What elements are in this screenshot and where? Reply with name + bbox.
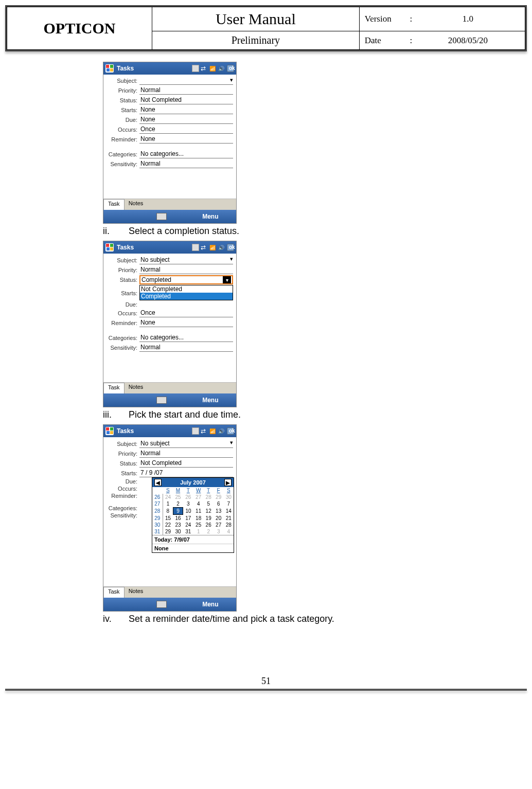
calendar-today[interactable]: Today: 7/9/07: [152, 535, 234, 544]
calendar-grid[interactable]: SMTWTFS262425262728293027123456728891011…: [152, 487, 234, 535]
calendar-day[interactable]: 22: [163, 522, 173, 528]
calendar-day[interactable]: 17: [183, 515, 193, 522]
calendar-day[interactable]: 27: [193, 494, 204, 500]
calendar-day[interactable]: 14: [223, 508, 234, 515]
menu-button[interactable]: Menu: [202, 213, 218, 220]
keyboard-icon[interactable]: [156, 601, 167, 608]
calendar-day[interactable]: 29: [214, 494, 224, 500]
starts-field[interactable]: None: [139, 105, 233, 114]
calendar-day[interactable]: 29: [163, 528, 173, 535]
tab-notes[interactable]: Notes: [125, 383, 148, 393]
calendar-day[interactable]: 16: [173, 515, 183, 522]
calendar-day[interactable]: 10: [183, 508, 193, 515]
volume-icon[interactable]: [218, 65, 225, 72]
calendar-day[interactable]: 28: [223, 522, 234, 528]
calendar-day[interactable]: 25: [173, 494, 183, 500]
calendar-day[interactable]: 8: [163, 508, 173, 515]
calendar-day[interactable]: 18: [193, 515, 204, 522]
start-icon[interactable]: [105, 243, 114, 252]
subject-field[interactable]: No subject: [139, 439, 233, 448]
calendar-day[interactable]: 7: [223, 500, 234, 508]
priority-field[interactable]: Normal: [139, 265, 233, 274]
calendar-day[interactable]: 30: [223, 494, 234, 500]
calendar-day[interactable]: 27: [214, 522, 224, 528]
calendar-day[interactable]: 21: [223, 515, 234, 522]
calendar-day[interactable]: 2: [173, 500, 183, 508]
calendar-day[interactable]: 15: [163, 515, 173, 522]
starts-field[interactable]: 7 / 9 /07: [139, 469, 233, 477]
calendar-day[interactable]: 3: [214, 528, 224, 535]
occurs-field[interactable]: Once: [139, 309, 233, 317]
subject-field[interactable]: No subject: [139, 256, 233, 264]
tab-task[interactable]: Task: [103, 199, 125, 210]
calendar-day[interactable]: 20: [214, 515, 224, 522]
calendar-day[interactable]: 1: [163, 500, 173, 508]
calendar-day[interactable]: 11: [193, 508, 204, 515]
calendar-day[interactable]: 19: [203, 515, 214, 522]
signal-icon[interactable]: [209, 427, 217, 435]
calendar-day[interactable]: 24: [183, 522, 193, 528]
status-option-not-completed[interactable]: Not Completed: [140, 285, 233, 293]
sensitivity-field[interactable]: Normal: [139, 159, 233, 168]
calendar-day[interactable]: 4: [193, 500, 204, 508]
categories-field[interactable]: No categories...: [139, 150, 233, 158]
status-option-completed[interactable]: Completed: [140, 293, 233, 300]
calendar-day[interactable]: 31: [183, 528, 193, 535]
calendar-day[interactable]: 5: [203, 500, 214, 508]
sip-icon[interactable]: [192, 65, 199, 72]
due-field[interactable]: None: [139, 115, 233, 124]
calendar-day[interactable]: 2: [203, 528, 214, 535]
volume-icon[interactable]: [218, 244, 225, 251]
calendar-day[interactable]: 3: [183, 500, 193, 508]
categories-field[interactable]: No categories...: [139, 333, 233, 342]
sip-icon[interactable]: [192, 427, 199, 435]
tab-task[interactable]: Task: [103, 587, 125, 598]
calendar-day[interactable]: 12: [203, 508, 214, 515]
calendar-day[interactable]: 25: [193, 522, 204, 528]
calendar-day[interactable]: 26: [203, 522, 214, 528]
volume-icon[interactable]: [218, 427, 225, 435]
signal-icon[interactable]: [209, 244, 217, 251]
keyboard-icon[interactable]: [156, 213, 167, 220]
reminder-field[interactable]: None: [139, 135, 233, 144]
sip-icon[interactable]: [192, 244, 199, 251]
calendar-day[interactable]: 13: [214, 508, 224, 515]
status-field[interactable]: Not Completed: [139, 96, 233, 104]
sync-icon[interactable]: [201, 427, 208, 435]
priority-field[interactable]: Normal: [139, 86, 233, 95]
calendar-day[interactable]: 4: [223, 528, 234, 535]
tab-notes[interactable]: Notes: [125, 199, 148, 210]
calendar-day[interactable]: 23: [173, 522, 183, 528]
menu-button[interactable]: Menu: [202, 601, 218, 608]
menu-button[interactable]: Menu: [202, 397, 218, 404]
calendar-day[interactable]: 28: [203, 494, 214, 500]
sensitivity-field[interactable]: Normal: [139, 343, 233, 352]
status-field[interactable]: Not Completed: [139, 459, 233, 468]
start-icon[interactable]: [105, 427, 114, 435]
sync-icon[interactable]: [201, 244, 208, 251]
subject-field[interactable]: [139, 77, 233, 85]
calendar-none[interactable]: None: [152, 544, 234, 552]
calendar-day[interactable]: 26: [183, 494, 193, 500]
tab-task[interactable]: Task: [103, 383, 125, 393]
tab-notes[interactable]: Notes: [125, 587, 148, 598]
ok-button[interactable]: ok: [227, 65, 234, 72]
calendar-day[interactable]: 9: [173, 508, 183, 515]
calendar-day[interactable]: 30: [173, 528, 183, 535]
occurs-field[interactable]: Once: [139, 125, 233, 134]
reminder-field[interactable]: None: [139, 318, 233, 327]
priority-field[interactable]: Normal: [139, 449, 233, 458]
start-icon[interactable]: [105, 64, 114, 73]
signal-icon[interactable]: [209, 65, 217, 72]
prev-month-button[interactable]: ◀: [154, 479, 162, 486]
calendar-day[interactable]: 1: [193, 528, 204, 535]
status-dropdown[interactable]: Completed ▾: [139, 275, 233, 284]
keyboard-icon[interactable]: [156, 397, 167, 404]
sync-icon[interactable]: [201, 65, 208, 72]
chevron-down-icon[interactable]: ▾: [223, 276, 231, 283]
ok-button[interactable]: ok: [227, 427, 234, 435]
ok-button[interactable]: ok: [227, 244, 234, 251]
calendar-day[interactable]: 24: [163, 494, 173, 500]
calendar-day[interactable]: 6: [214, 500, 224, 508]
next-month-button[interactable]: ▶: [224, 479, 232, 486]
